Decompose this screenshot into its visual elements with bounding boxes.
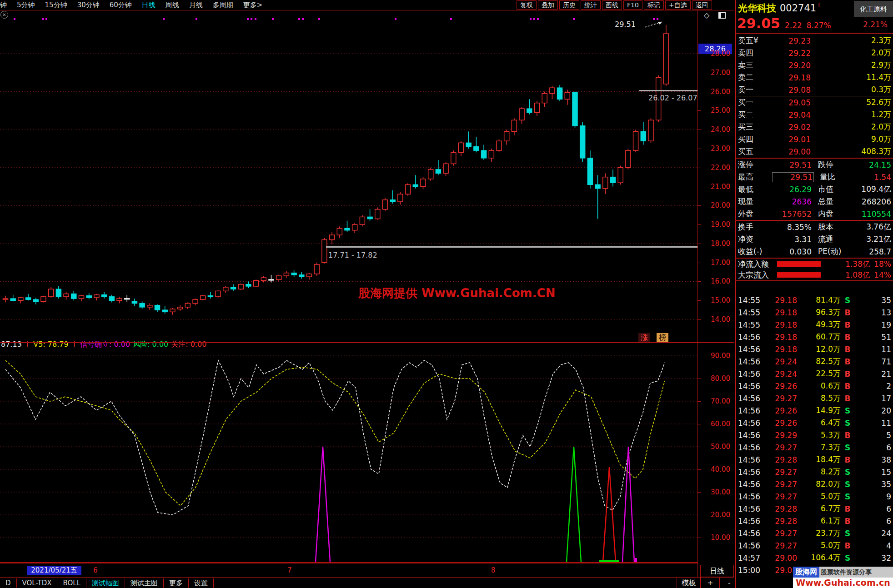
tick-row[interactable]: 14:5529.1896.3万B13	[735, 306, 893, 319]
tick-row[interactable]: 14:5629.278.2万S15	[735, 466, 893, 478]
candle-body	[603, 177, 608, 189]
candle-body	[238, 284, 243, 289]
template-button[interactable]: 模板	[677, 577, 701, 588]
tick-row[interactable]: 14:5629.277.3万S6	[735, 441, 893, 453]
tick-price: 29.27	[763, 468, 797, 477]
tick-row[interactable]: 14:5529.1881.4万S35	[735, 294, 893, 306]
tick-row[interactable]: 14:5729.00106.4万S32	[735, 552, 893, 564]
order-row-buy[interactable]: 买二29.041.2万	[735, 109, 893, 121]
rank-up-button[interactable]: 涨	[638, 333, 650, 342]
tick-row[interactable]: 14:5529.1849.3万B19	[735, 319, 893, 331]
tick-row[interactable]: 14:5629.266.4万S11	[735, 417, 893, 429]
tick-time: 14:56	[738, 357, 763, 366]
chart-area[interactable]: ✕ ◇ 29.51 17.71 - 17.82 26.02 - 26.07 股海…	[0, 0, 734, 588]
candle-body	[49, 289, 54, 297]
candle-body	[18, 298, 23, 300]
tick-time: 14:57	[738, 553, 763, 563]
candle-body	[565, 93, 570, 100]
order-row-sell[interactable]: 卖四29.222.0万	[735, 47, 893, 59]
order-price: 29.23	[770, 36, 811, 45]
order-row-buy[interactable]: 买四29.019.0万	[735, 133, 893, 145]
tick-row[interactable]: 14:5629.275.0万B4	[735, 539, 893, 552]
split-pane-icon[interactable]	[718, 12, 726, 19]
candle-body	[276, 276, 281, 279]
indicator-tab-BOLL[interactable]: BOLL	[57, 578, 86, 588]
tick-row[interactable]: 14:5629.278.5万B17	[735, 392, 893, 404]
tick-row[interactable]: 14:5629.2818.4万B38	[735, 453, 893, 466]
tick-row[interactable]: 14:5629.2422.5万B21	[735, 368, 893, 380]
stat-label: 总量	[812, 196, 850, 207]
indicator-tab-测试幅图[interactable]: 测试幅图	[86, 578, 125, 588]
tick-count: 2	[854, 382, 891, 391]
candle-body	[117, 299, 122, 300]
stat-label: 市值	[812, 184, 850, 194]
indicator-tab-更多[interactable]: 更多	[164, 578, 189, 588]
order-level-label: 卖二	[738, 72, 770, 83]
order-row-buy[interactable]: 买五29.00408.3万	[735, 145, 893, 158]
zoom-out-button[interactable]: -	[719, 577, 734, 588]
order-level-label: 卖四	[738, 48, 770, 58]
price-axis-label: 25.00	[700, 106, 730, 115]
candle-body	[314, 264, 319, 274]
order-row-sell[interactable]: 卖二29.1811.4万	[735, 71, 893, 84]
stock-name: 光华科技	[738, 3, 776, 14]
tick-row[interactable]: 14:5629.286.7万B6	[735, 503, 893, 515]
tick-row[interactable]: 14:5629.2482.5万B71	[735, 355, 893, 368]
stat-value: 2636	[773, 197, 812, 206]
tick-row[interactable]: 14:5629.2782.0万S35	[735, 478, 893, 490]
candle-body	[527, 109, 532, 112]
candle-body	[64, 294, 69, 297]
zoom-in-button[interactable]: +	[700, 577, 720, 588]
tick-row[interactable]: 14:5629.260.6万B2	[735, 380, 893, 392]
tick-row[interactable]: 14:5629.286.1万B6	[735, 515, 893, 527]
candle-body	[291, 273, 296, 275]
tick-side: S	[841, 443, 854, 452]
candle-body	[459, 143, 464, 152]
candle-body	[337, 228, 342, 235]
order-volume: 9.0万	[811, 134, 891, 145]
tick-row[interactable]: 14:5629.295.3万B5	[735, 429, 893, 441]
alert-dot-icon	[196, 18, 197, 20]
price-axis-tick	[697, 73, 701, 73]
price-axis-tick	[697, 149, 701, 149]
price-axis-label: 24.00	[700, 125, 730, 134]
tick-side: S	[841, 492, 854, 501]
candle-body	[86, 296, 91, 298]
tick-row[interactable]: 14:5629.1812.0万B11	[735, 343, 893, 355]
order-row-sell[interactable]: 卖一29.080.3万	[735, 84, 893, 96]
alert-dot-icon	[14, 18, 15, 20]
candle-body	[519, 109, 524, 120]
indicator-tab-VOL-TDX[interactable]: VOL-TDX	[17, 578, 58, 588]
close-marker-icon[interactable]: ✕	[0, 11, 8, 19]
tick-time: 14:56	[738, 517, 763, 526]
tick-row[interactable]: 14:5629.275.0万S9	[735, 490, 893, 503]
indicator-tab-测试主图[interactable]: 测试主图	[125, 578, 164, 588]
sector-badge[interactable]: 化工原料	[854, 1, 893, 17]
order-row-sell[interactable]: 卖五¥29.232.3万	[735, 35, 893, 47]
tick-price: 29.18	[763, 345, 797, 354]
candle-body	[125, 299, 130, 299]
candle-body	[383, 200, 388, 209]
tick-row[interactable]: 14:5629.2614.9万S20	[735, 404, 893, 417]
period-badge: 日线	[700, 565, 734, 577]
alert-dot-icon	[298, 18, 300, 20]
price-axis-tick	[697, 110, 701, 111]
tick-row[interactable]: 14:5629.1860.7万B51	[735, 331, 893, 343]
tick-volume: 82.5万	[797, 356, 841, 367]
tick-price: 29.28	[763, 504, 797, 513]
order-row-buy[interactable]: 买三29.022.0万	[735, 121, 893, 133]
order-row-buy[interactable]: 买一29.0552.6万	[735, 96, 893, 109]
indicator-tab-D[interactable]: D	[0, 578, 17, 588]
order-row-sell[interactable]: 卖三29.202.9万	[735, 59, 893, 71]
tick-side: B	[841, 394, 854, 403]
tick-row[interactable]: 14:5629.2723.7万S24	[735, 527, 893, 539]
tick-side: B	[841, 431, 854, 440]
tick-side: S	[841, 419, 854, 428]
indicator-tab-设置[interactable]: 设置	[189, 578, 214, 588]
diamond-icon[interactable]: ◇	[704, 11, 709, 20]
rank-board-button[interactable]: 榜	[657, 333, 668, 342]
toolbar-divider	[0, 10, 734, 10]
stat-row: 外盘157652内盘110554	[735, 208, 893, 220]
tick-price: 29.27	[763, 443, 797, 452]
stat-value: 268206	[850, 197, 891, 206]
